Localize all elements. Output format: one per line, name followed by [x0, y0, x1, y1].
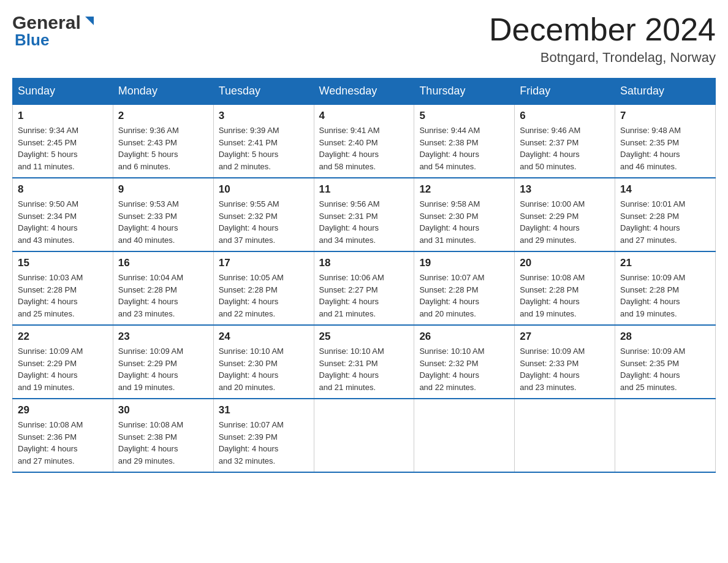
day-number: 24: [219, 331, 309, 343]
day-number: 26: [419, 331, 509, 343]
day-number: 19: [419, 257, 509, 269]
calendar-cell: 2Sunrise: 9:36 AMSunset: 2:43 PMDaylight…: [113, 104, 213, 178]
day-number: 20: [520, 257, 610, 269]
calendar-cell: 9Sunrise: 9:53 AMSunset: 2:33 PMDaylight…: [113, 178, 213, 251]
calendar-cell: [314, 399, 414, 472]
day-number: 2: [118, 110, 208, 122]
day-info: Sunrise: 9:50 AMSunset: 2:34 PMDaylight:…: [18, 198, 108, 246]
calendar-cell: 1Sunrise: 9:34 AMSunset: 2:45 PMDaylight…: [13, 104, 113, 178]
calendar-cell: 14Sunrise: 10:01 AMSunset: 2:28 PMDaylig…: [615, 178, 716, 251]
day-number: 10: [219, 183, 309, 196]
calendar-cell: 20Sunrise: 10:08 AMSunset: 2:28 PMDaylig…: [515, 251, 615, 325]
day-info: Sunrise: 10:00 AMSunset: 2:29 PMDaylight…: [520, 198, 610, 246]
calendar-cell: 22Sunrise: 10:09 AMSunset: 2:29 PMDaylig…: [13, 325, 113, 399]
day-info: Sunrise: 9:58 AMSunset: 2:30 PMDaylight:…: [419, 198, 509, 246]
day-info: Sunrise: 10:09 AMSunset: 2:29 PMDaylight…: [18, 345, 108, 393]
header-tuesday: Tuesday: [213, 79, 314, 105]
header-friday: Friday: [515, 79, 615, 105]
day-info: Sunrise: 10:06 AMSunset: 2:27 PMDaylight…: [319, 272, 409, 320]
calendar-cell: 10Sunrise: 9:55 AMSunset: 2:32 PMDayligh…: [213, 178, 314, 251]
calendar-cell: [515, 399, 615, 472]
day-info: Sunrise: 10:09 AMSunset: 2:29 PMDaylight…: [118, 345, 208, 393]
calendar-cell: 7Sunrise: 9:48 AMSunset: 2:35 PMDaylight…: [615, 104, 716, 178]
day-info: Sunrise: 10:08 AMSunset: 2:28 PMDaylight…: [520, 272, 610, 320]
day-number: 6: [520, 110, 610, 122]
month-title: December 2024: [489, 12, 716, 47]
day-number: 29: [18, 404, 108, 416]
day-info: Sunrise: 10:10 AMSunset: 2:30 PMDaylight…: [219, 345, 309, 393]
calendar-cell: 28Sunrise: 10:09 AMSunset: 2:35 PMDaylig…: [615, 325, 716, 399]
calendar-cell: 16Sunrise: 10:04 AMSunset: 2:28 PMDaylig…: [113, 251, 213, 325]
calendar-cell: 8Sunrise: 9:50 AMSunset: 2:34 PMDaylight…: [13, 178, 113, 251]
day-info: Sunrise: 9:34 AMSunset: 2:45 PMDaylight:…: [18, 124, 108, 172]
calendar-cell: [615, 399, 716, 472]
day-number: 28: [620, 331, 710, 343]
calendar-cell: 31Sunrise: 10:07 AMSunset: 2:39 PMDaylig…: [213, 399, 314, 472]
day-number: 31: [219, 404, 309, 416]
calendar-cell: 4Sunrise: 9:41 AMSunset: 2:40 PMDaylight…: [314, 104, 414, 178]
day-number: 17: [219, 257, 309, 269]
day-info: Sunrise: 9:41 AMSunset: 2:40 PMDaylight:…: [319, 124, 409, 172]
day-number: 18: [319, 257, 409, 269]
calendar-cell: 5Sunrise: 9:44 AMSunset: 2:38 PMDaylight…: [414, 104, 515, 178]
calendar-cell: 13Sunrise: 10:00 AMSunset: 2:29 PMDaylig…: [515, 178, 615, 251]
day-number: 9: [118, 183, 208, 196]
calendar-week-row: 22Sunrise: 10:09 AMSunset: 2:29 PMDaylig…: [13, 325, 716, 399]
day-info: Sunrise: 9:55 AMSunset: 2:32 PMDaylight:…: [219, 198, 309, 246]
day-info: Sunrise: 10:07 AMSunset: 2:28 PMDaylight…: [419, 272, 509, 320]
logo: General Blue: [12, 12, 96, 50]
calendar-cell: 30Sunrise: 10:08 AMSunset: 2:38 PMDaylig…: [113, 399, 213, 472]
day-info: Sunrise: 10:10 AMSunset: 2:31 PMDaylight…: [319, 345, 409, 393]
day-number: 5: [419, 110, 509, 122]
calendar-cell: 26Sunrise: 10:10 AMSunset: 2:32 PMDaylig…: [414, 325, 515, 399]
calendar-week-row: 8Sunrise: 9:50 AMSunset: 2:34 PMDaylight…: [13, 178, 716, 251]
header-saturday: Saturday: [615, 79, 716, 105]
day-number: 1: [18, 110, 108, 122]
header-monday: Monday: [113, 79, 213, 105]
day-info: Sunrise: 9:48 AMSunset: 2:35 PMDaylight:…: [620, 124, 710, 172]
day-number: 16: [118, 257, 208, 269]
day-info: Sunrise: 10:03 AMSunset: 2:28 PMDaylight…: [18, 272, 108, 320]
calendar-table: SundayMondayTuesdayWednesdayThursdayFrid…: [12, 78, 716, 473]
calendar-cell: 21Sunrise: 10:09 AMSunset: 2:28 PMDaylig…: [615, 251, 716, 325]
page-header: General Blue December 2024 Botngard, Tro…: [12, 12, 716, 66]
day-info: Sunrise: 10:04 AMSunset: 2:28 PMDaylight…: [118, 272, 208, 320]
day-info: Sunrise: 10:09 AMSunset: 2:33 PMDaylight…: [520, 345, 610, 393]
calendar-cell: 12Sunrise: 9:58 AMSunset: 2:30 PMDayligh…: [414, 178, 515, 251]
day-number: 15: [18, 257, 108, 269]
calendar-cell: 23Sunrise: 10:09 AMSunset: 2:29 PMDaylig…: [113, 325, 213, 399]
day-info: Sunrise: 9:36 AMSunset: 2:43 PMDaylight:…: [118, 124, 208, 172]
day-info: Sunrise: 9:44 AMSunset: 2:38 PMDaylight:…: [419, 124, 509, 172]
header-thursday: Thursday: [414, 79, 515, 105]
calendar-cell: 6Sunrise: 9:46 AMSunset: 2:37 PMDaylight…: [515, 104, 615, 178]
day-info: Sunrise: 9:56 AMSunset: 2:31 PMDaylight:…: [319, 198, 409, 246]
day-info: Sunrise: 9:53 AMSunset: 2:33 PMDaylight:…: [118, 198, 208, 246]
calendar-cell: 24Sunrise: 10:10 AMSunset: 2:30 PMDaylig…: [213, 325, 314, 399]
day-number: 12: [419, 183, 509, 196]
day-number: 21: [620, 257, 710, 269]
logo-arrow-icon: [83, 14, 96, 30]
day-info: Sunrise: 10:10 AMSunset: 2:32 PMDaylight…: [419, 345, 509, 393]
title-block: December 2024 Botngard, Trondelag, Norwa…: [489, 12, 716, 66]
calendar-cell: [414, 399, 515, 472]
calendar-cell: 17Sunrise: 10:05 AMSunset: 2:28 PMDaylig…: [213, 251, 314, 325]
svg-marker-0: [85, 17, 94, 25]
calendar-cell: 19Sunrise: 10:07 AMSunset: 2:28 PMDaylig…: [414, 251, 515, 325]
calendar-cell: 29Sunrise: 10:08 AMSunset: 2:36 PMDaylig…: [13, 399, 113, 472]
calendar-cell: 3Sunrise: 9:39 AMSunset: 2:41 PMDaylight…: [213, 104, 314, 178]
day-number: 30: [118, 404, 208, 416]
day-number: 13: [520, 183, 610, 196]
calendar-header-row: SundayMondayTuesdayWednesdayThursdayFrid…: [13, 79, 716, 105]
calendar-week-row: 29Sunrise: 10:08 AMSunset: 2:36 PMDaylig…: [13, 399, 716, 472]
logo-blue-text: Blue: [15, 31, 49, 50]
header-wednesday: Wednesday: [314, 79, 414, 105]
calendar-week-row: 1Sunrise: 9:34 AMSunset: 2:45 PMDaylight…: [13, 104, 716, 178]
day-number: 22: [18, 331, 108, 343]
day-number: 11: [319, 183, 409, 196]
day-info: Sunrise: 9:39 AMSunset: 2:41 PMDaylight:…: [219, 124, 309, 172]
calendar-cell: 18Sunrise: 10:06 AMSunset: 2:27 PMDaylig…: [314, 251, 414, 325]
calendar-week-row: 15Sunrise: 10:03 AMSunset: 2:28 PMDaylig…: [13, 251, 716, 325]
day-number: 3: [219, 110, 309, 122]
day-info: Sunrise: 10:08 AMSunset: 2:36 PMDaylight…: [18, 419, 108, 467]
day-info: Sunrise: 10:01 AMSunset: 2:28 PMDaylight…: [620, 198, 710, 246]
